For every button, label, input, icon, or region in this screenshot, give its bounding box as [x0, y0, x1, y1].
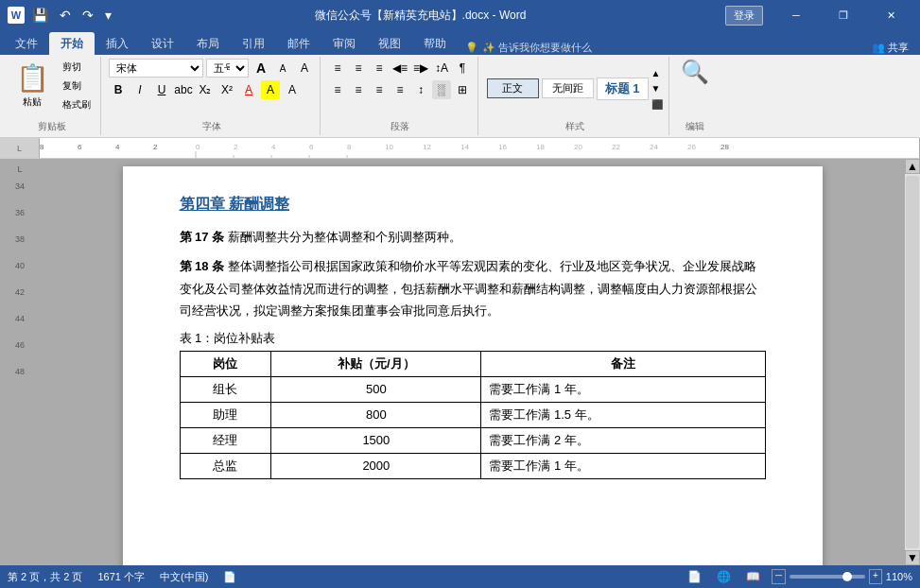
- document-page[interactable]: 第四章 薪酬调整 第 17 条 薪酬调整共分为整体调整和个别调整两种。 第 18…: [123, 166, 823, 565]
- show-marks-button[interactable]: ¶: [453, 59, 472, 78]
- zoom-thumb[interactable]: [842, 572, 852, 581]
- title-bar: W 💾 ↶ ↷ ▾ 微信公众号【新精英充电站】.docx - Word 登录 ─…: [0, 0, 920, 30]
- page-info: 第 2 页，共 2 页: [8, 570, 82, 584]
- style-normal[interactable]: 正文: [487, 78, 539, 98]
- strikethrough-button[interactable]: abc: [174, 80, 193, 99]
- editing-label: 编辑: [686, 118, 704, 133]
- row3-note: 需要工作满 2 年。: [481, 427, 765, 453]
- document-area[interactable]: 第四章 薪酬调整 第 17 条 薪酬调整共分为整体调整和个别调整两种。 第 18…: [40, 159, 905, 565]
- subscript-button[interactable]: X₂: [196, 80, 215, 99]
- numbered-list-button[interactable]: ≡: [349, 59, 368, 78]
- save-quick-icon[interactable]: 💾: [28, 6, 52, 25]
- article-18: 第 18 条 整体调整指公司根据国家政策和物价水平等宏观因素的变化、行业及地区竞…: [180, 255, 766, 321]
- table-row: 总监 2000 需要工作满 1 年。: [180, 453, 765, 478]
- redo-quick-icon[interactable]: ↷: [78, 6, 97, 25]
- restore-button[interactable]: ❐: [822, 0, 865, 30]
- chapter-title: 第四章 薪酬调整: [180, 195, 766, 215]
- tab-mailings[interactable]: 邮件: [276, 32, 321, 55]
- zoom-level[interactable]: 110%: [886, 571, 912, 582]
- zoom-slider[interactable]: [790, 575, 865, 579]
- styles-down-icon[interactable]: ▼: [651, 83, 663, 94]
- search-icon[interactable]: 🔍: [681, 59, 709, 85]
- svg-text:6: 6: [78, 143, 82, 151]
- borders-button[interactable]: ⊞: [453, 80, 472, 99]
- document-title: 微信公众号【新精英充电站】.docx - Word: [115, 8, 725, 24]
- tab-home[interactable]: 开始: [49, 32, 95, 55]
- status-left: 第 2 页，共 2 页 1671 个字 中文(中国) 📄: [8, 570, 236, 584]
- tell-me-input[interactable]: 💡 ✨ 告诉我你想要做什么: [465, 41, 592, 55]
- tab-view[interactable]: 视图: [367, 32, 412, 55]
- scroll-thumb[interactable]: [906, 176, 919, 548]
- align-center-button[interactable]: ≡: [349, 80, 368, 99]
- font-grow-button[interactable]: A: [252, 59, 270, 78]
- copy-button[interactable]: 复制: [59, 78, 95, 95]
- minimize-button[interactable]: ─: [774, 0, 818, 30]
- font-shrink-button[interactable]: A: [273, 59, 292, 78]
- tab-layout[interactable]: 布局: [185, 32, 231, 55]
- shading-button[interactable]: ░: [432, 80, 451, 99]
- read-view-button[interactable]: 📖: [742, 568, 764, 585]
- font-size-select[interactable]: 五号: [206, 59, 249, 78]
- zoom-in-button[interactable]: +: [869, 569, 882, 584]
- style-no-spacing[interactable]: 无间距: [542, 78, 594, 98]
- close-button[interactable]: ✕: [869, 0, 912, 30]
- undo-quick-icon[interactable]: ↶: [56, 6, 75, 25]
- char-spacing-button[interactable]: A: [283, 80, 302, 99]
- row3-subsidy: 1500: [271, 427, 481, 453]
- indent-increase-button[interactable]: ≡▶: [411, 59, 430, 78]
- underline-button[interactable]: U: [152, 80, 171, 99]
- customize-quick-icon[interactable]: ▾: [101, 6, 115, 25]
- clear-format-button[interactable]: A: [295, 59, 314, 78]
- login-button[interactable]: 登录: [725, 6, 763, 26]
- font-name-select[interactable]: 宋体: [109, 59, 203, 78]
- article-18-text: 整体调整指公司根据国家政策和物价水平等宏观因素的变化、行业及地区竞争状况、企业发…: [180, 259, 757, 318]
- tab-help[interactable]: 帮助: [412, 32, 458, 55]
- svg-text:2: 2: [153, 143, 158, 151]
- sort-button[interactable]: ↕A: [432, 59, 451, 78]
- bullet-list-button[interactable]: ≡: [328, 59, 347, 78]
- justify-button[interactable]: ≡: [391, 80, 409, 99]
- scroll-down-button[interactable]: ▼: [905, 550, 920, 565]
- indent-decrease-button[interactable]: ◀≡: [391, 59, 409, 78]
- web-view-button[interactable]: 🌐: [713, 568, 735, 585]
- align-left-button[interactable]: ≡: [328, 80, 347, 99]
- scroll-up-button[interactable]: ▲: [905, 159, 920, 174]
- styles-up-icon[interactable]: ▲: [651, 68, 663, 78]
- tab-design[interactable]: 设计: [140, 32, 185, 55]
- styles-more-icon[interactable]: ⬛: [651, 99, 663, 110]
- format-painter-button[interactable]: 格式刷: [59, 96, 95, 113]
- align-right-button[interactable]: ≡: [370, 80, 389, 99]
- macro-icon: 📄: [223, 571, 236, 583]
- language: 中文(中国): [160, 570, 208, 584]
- paragraph-label: 段落: [391, 118, 409, 133]
- paste-button[interactable]: 📋 粘贴: [9, 59, 55, 112]
- tab-file[interactable]: 文件: [4, 32, 49, 55]
- bold-button[interactable]: B: [109, 80, 128, 99]
- tab-review[interactable]: 审阅: [321, 32, 367, 55]
- style-heading1[interactable]: 标题 1: [597, 78, 649, 100]
- multilevel-list-button[interactable]: ≡: [370, 59, 389, 78]
- table-header-note: 备注: [481, 351, 765, 376]
- vertical-ruler: L 34 36 38 40 42 44 46 48: [0, 159, 40, 565]
- ruler-marker-top: L: [17, 164, 22, 174]
- zoom-out-button[interactable]: ─: [772, 569, 786, 584]
- clipboard-label: 剪贴板: [38, 118, 66, 133]
- share-button[interactable]: 👥 共享: [872, 41, 909, 55]
- row1-position: 组长: [180, 376, 271, 402]
- tab-insert[interactable]: 插入: [95, 32, 140, 55]
- cut-button[interactable]: 剪切: [59, 59, 95, 76]
- ruler: L 8 6 4 2 0 2 4 6 8 10 12: [0, 138, 920, 159]
- font-color-button[interactable]: A: [239, 80, 258, 99]
- tab-references[interactable]: 引用: [231, 32, 276, 55]
- print-view-button[interactable]: 📄: [684, 568, 705, 585]
- highlight-button[interactable]: A: [261, 80, 280, 99]
- svg-text:4: 4: [115, 143, 120, 151]
- line-spacing-button[interactable]: ↕: [411, 80, 430, 99]
- row1-subsidy: 500: [271, 376, 481, 402]
- italic-button[interactable]: I: [130, 80, 149, 99]
- superscript-button[interactable]: X²: [217, 80, 236, 99]
- article-17: 第 17 条 薪酬调整共分为整体调整和个别调整两种。: [180, 226, 766, 248]
- word-app-icon: W: [8, 7, 25, 24]
- vertical-scrollbar[interactable]: ▲ ▼: [905, 159, 920, 565]
- styles-scroll[interactable]: ▲ ▼ ⬛: [651, 68, 663, 110]
